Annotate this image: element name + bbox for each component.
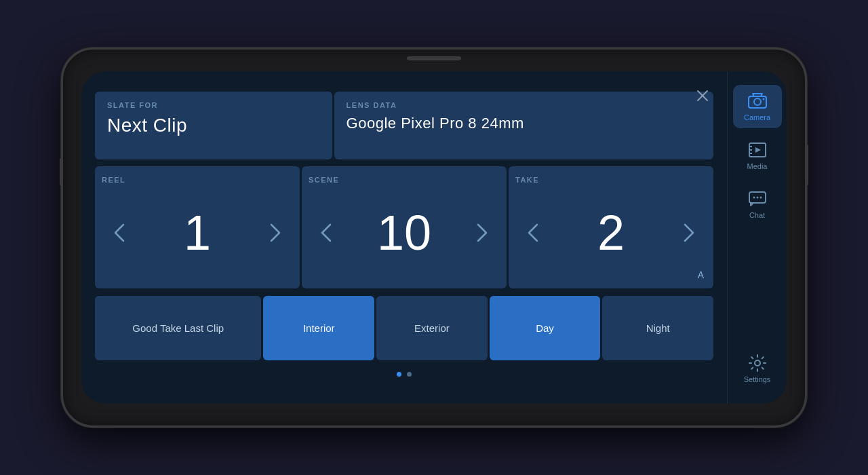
take-badge: A [698,269,704,280]
sidebar-item-settings[interactable]: Settings [733,347,782,390]
day-button[interactable]: Day [490,296,601,360]
sidebar-item-media[interactable]: Media [733,134,782,177]
phone-screen: SLATE FOR Next Clip LENS DATA Google Pix… [81,71,787,404]
sidebar-item-camera[interactable]: Camera [733,85,782,128]
row-bottom: Good Take Last Clip Interior Exterior Da… [95,296,713,360]
take-cell: TAKE 2 [509,166,713,288]
slate-for-label: SLATE FOR [107,101,320,109]
scene-label: SCENE [309,176,339,184]
close-button[interactable] [692,85,713,107]
reel-controls: 1 [102,184,293,282]
scene-controls: 10 [309,184,500,282]
slate-for-value: Next Clip [107,115,320,136]
sidebar: Camera Media [727,71,787,404]
main-content: SLATE FOR Next Clip LENS DATA Google Pix… [81,71,727,404]
side-button-left [60,158,62,185]
scene-cell: SCENE 10 [302,166,507,288]
settings-label: Settings [744,375,771,383]
slate-for-cell: SLATE FOR Next Clip [95,92,332,159]
row-middle: REEL 1 [95,166,713,288]
exterior-button[interactable]: Exterior [376,296,488,360]
svg-point-12 [756,197,758,199]
svg-point-3 [754,98,761,105]
chat-icon [748,189,767,208]
reel-label: REEL [102,176,125,184]
reel-next-button[interactable] [263,216,288,249]
reel-prev-button[interactable] [107,216,132,249]
slate-grid: SLATE FOR Next Clip LENS DATA Google Pix… [95,92,713,365]
take-prev-button[interactable] [521,216,545,249]
camera-label: Camera [744,113,770,121]
chat-label: Chat [749,211,765,219]
svg-point-14 [755,360,760,366]
scene-next-button[interactable] [470,216,494,249]
take-controls: 2 [515,184,707,282]
camera-icon [748,92,767,111]
page-dot-1[interactable] [397,372,401,377]
scene-value: 10 [338,208,470,257]
lens-data-cell: LENS DATA Google Pixel Pro 8 24mm [334,92,713,159]
page-dots [95,372,713,377]
scene-prev-button[interactable] [314,216,338,249]
svg-point-13 [760,197,762,199]
media-icon [748,140,767,159]
phone-frame: SLATE FOR Next Clip LENS DATA Google Pix… [61,48,807,428]
good-take-button[interactable]: Good Take Last Clip [95,296,261,360]
side-button-right [806,145,808,185]
sidebar-item-chat[interactable]: Chat [733,183,782,226]
reel-value: 1 [132,208,263,257]
row-top: SLATE FOR Next Clip LENS DATA Google Pix… [95,92,713,159]
svg-point-11 [753,197,755,199]
page-dot-2[interactable] [407,372,412,377]
lens-data-value: Google Pixel Pro 8 24mm [347,115,701,132]
lens-data-label: LENS DATA [347,101,701,109]
take-value: 2 [545,208,677,257]
night-button[interactable]: Night [602,296,713,360]
svg-point-4 [762,98,764,100]
media-label: Media [747,162,768,170]
svg-marker-6 [755,147,761,153]
take-next-button[interactable] [677,216,701,249]
reel-cell: REEL 1 [95,166,300,288]
interior-button[interactable]: Interior [263,296,374,360]
take-label: TAKE [515,176,539,184]
settings-icon [748,354,767,373]
